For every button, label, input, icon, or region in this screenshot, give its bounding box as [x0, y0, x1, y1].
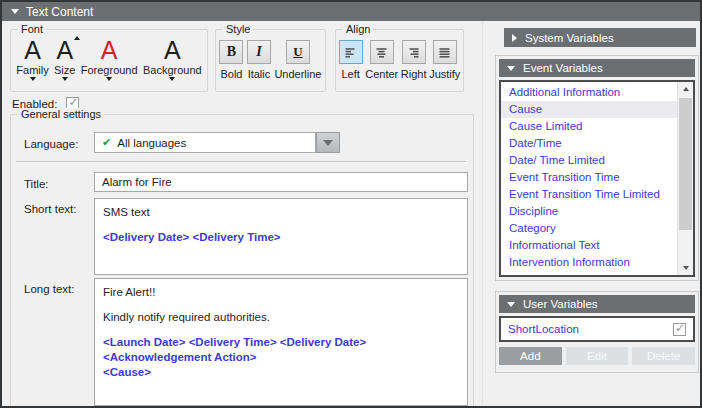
- align-center-button[interactable]: [370, 40, 394, 64]
- list-item[interactable]: Cause Limited: [501, 118, 677, 135]
- add-button[interactable]: Add: [499, 347, 562, 365]
- short-text-tags: <Delivery Date> <Delivery Time>: [103, 230, 459, 245]
- event-variables-list: Additional InformationCauseCause Limited…: [499, 80, 695, 277]
- system-variables-title: System Variables: [525, 32, 614, 44]
- language-dropdown-button[interactable]: [316, 132, 340, 153]
- align-group: Align LeftCenterRightJustify: [335, 29, 464, 92]
- general-settings-label: General settings: [18, 108, 104, 120]
- long-text-line-1: Fire Alert!!: [103, 285, 459, 300]
- long-text-input[interactable]: Fire Alert!! Kindly notify required auth…: [94, 278, 468, 406]
- user-variables-list: ShortLocation: [499, 316, 695, 342]
- underline-button[interactable]: U: [286, 40, 310, 64]
- align-left-button[interactable]: [339, 40, 363, 64]
- caret-down-icon: [683, 266, 689, 270]
- align-left-label: Left: [341, 68, 359, 80]
- event-variables-header[interactable]: Event Variables: [499, 59, 695, 77]
- font-group: Font AFamilyASizeAForegroundABackground: [10, 29, 208, 92]
- short-text-label: Short text:: [24, 203, 76, 215]
- list-item[interactable]: Date/ Time Limited: [501, 152, 677, 169]
- align-right-label: Right: [401, 68, 427, 80]
- font-group-label: Font: [18, 23, 46, 35]
- align-justify-icon: [438, 46, 451, 59]
- list-item[interactable]: Informational Text: [501, 237, 677, 254]
- chevron-right-icon: [512, 34, 517, 42]
- chevron-down-icon[interactable]: [30, 77, 36, 81]
- event-variables-group: Event Variables Additional InformationCa…: [495, 55, 699, 281]
- list-item[interactable]: Date/Time: [501, 135, 677, 152]
- font-background-button[interactable]: ABackground: [143, 37, 202, 81]
- align-justify-button[interactable]: [433, 40, 457, 64]
- language-value: All languages: [117, 137, 186, 149]
- font-background-icon: A: [164, 37, 181, 63]
- list-item-partial: [501, 271, 677, 277]
- long-text-tags-1: <Launch Date> <Delivery Time> <Delivery …: [103, 335, 459, 365]
- chevron-down-icon[interactable]: [106, 77, 112, 81]
- align-justify-label: Justify: [429, 68, 460, 80]
- scrollbar[interactable]: [677, 82, 693, 275]
- font-foreground-icon: A: [101, 37, 118, 63]
- chevron-down-icon[interactable]: [169, 77, 175, 81]
- text-content-panel: Text Content Font AFamilyASizeAForegroun…: [0, 0, 702, 408]
- bold-label: Bold: [220, 68, 242, 80]
- align-buttons: LeftCenterRightJustify: [336, 30, 463, 91]
- font-family-label: Family: [16, 64, 48, 76]
- user-variables-buttons: AddEditDelete: [499, 347, 695, 365]
- chevron-down-icon[interactable]: [62, 77, 68, 81]
- list-item[interactable]: Discipline: [501, 203, 677, 220]
- long-text-line-2: Kindly notify required authorities.: [103, 310, 459, 325]
- underline-icon: U: [293, 44, 302, 60]
- font-foreground-button[interactable]: AForeground: [81, 37, 138, 81]
- list-item[interactable]: Additional Information: [501, 84, 677, 101]
- bold-icon: B: [227, 44, 236, 60]
- shortlocation-checkbox[interactable]: [673, 323, 686, 336]
- text-content-header[interactable]: Text Content: [2, 2, 700, 21]
- font-items: AFamilyASizeAForegroundABackground: [11, 30, 207, 91]
- chevron-down-icon: [507, 302, 515, 307]
- collapse-icon: [11, 9, 19, 14]
- font-size-label: Size: [54, 64, 75, 76]
- event-variables-rows: Additional InformationCauseCause Limited…: [501, 84, 677, 277]
- caret-up-icon: [683, 87, 689, 91]
- user-variables-header[interactable]: User Variables: [499, 295, 695, 313]
- event-variables-title: Event Variables: [523, 62, 603, 74]
- user-variables-group: User Variables ShortLocation AddEditDele…: [495, 291, 699, 373]
- language-select[interactable]: ✔ All languages: [94, 132, 316, 153]
- scrollbar-thumb[interactable]: [679, 98, 692, 230]
- list-item[interactable]: Event Transition Time: [501, 169, 677, 186]
- edit-button[interactable]: Edit: [566, 347, 629, 365]
- title-label: Title:: [24, 178, 49, 190]
- font-family-icon: A: [24, 37, 41, 63]
- user-variable-row[interactable]: ShortLocation: [501, 318, 693, 340]
- system-variables-header[interactable]: System Variables: [504, 28, 696, 47]
- user-variable-name: ShortLocation: [508, 323, 579, 335]
- delete-button[interactable]: Delete: [632, 347, 695, 365]
- list-item[interactable]: Event Transition Time Limited: [501, 186, 677, 203]
- list-item[interactable]: Category: [501, 220, 677, 237]
- title-input[interactable]: [94, 172, 468, 192]
- style-buttons: BBoldIItalicUUnderline: [216, 30, 325, 91]
- style-group: Style BBoldIItalicUUnderline: [215, 29, 326, 92]
- panel-title: Text Content: [26, 5, 93, 19]
- underline-label: Underline: [274, 68, 321, 80]
- italic-button[interactable]: I: [247, 40, 271, 64]
- list-item[interactable]: Intervention Information: [501, 254, 677, 271]
- scroll-down-button[interactable]: [678, 261, 693, 275]
- align-right-icon: [407, 46, 420, 59]
- italic-label: Italic: [248, 68, 271, 80]
- short-text-line: SMS text: [103, 205, 459, 220]
- font-size-button[interactable]: ASize: [54, 37, 75, 81]
- font-foreground-label: Foreground: [81, 64, 138, 76]
- font-size-icon: A: [56, 37, 73, 63]
- scroll-up-button[interactable]: [678, 82, 693, 96]
- style-group-label: Style: [223, 23, 253, 35]
- short-text-input[interactable]: SMS text <Delivery Date> <Delivery Time>: [94, 198, 468, 275]
- list-item[interactable]: Cause: [501, 101, 677, 118]
- font-family-button[interactable]: AFamily: [16, 37, 48, 81]
- pane-divider: [482, 21, 483, 406]
- caret-up-icon: [74, 36, 80, 40]
- chevron-down-icon: [507, 66, 515, 71]
- font-background-label: Background: [143, 64, 202, 76]
- align-right-button[interactable]: [402, 40, 426, 64]
- align-group-label: Align: [343, 23, 373, 35]
- bold-button[interactable]: B: [219, 40, 243, 64]
